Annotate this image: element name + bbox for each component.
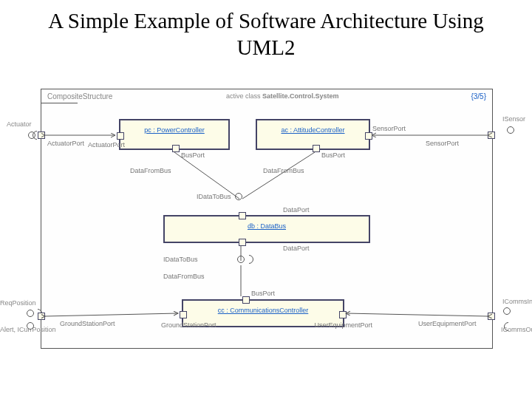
pc-actuator-port (117, 132, 124, 140)
pc-actuator-port-label: ActuatorPort (88, 141, 125, 149)
composite-structure-frame: CompositeStructure active class Satellit… (41, 89, 493, 349)
svg-line-3 (242, 152, 315, 199)
frame-classifier-label: active class Satellite.Control.System (226, 92, 339, 100)
attitude-controller-name: ac : AttitudeController (281, 126, 344, 134)
cc-userequip-port (339, 311, 347, 318)
power-controller-part: pc : PowerController ActuatorPort BusPor… (119, 119, 230, 150)
ac-sensor-port (365, 132, 372, 140)
frame-actuator-port-label: ActuatorPort (47, 140, 84, 147)
cc-bus-port (242, 296, 250, 304)
ext-actuator-label: Actuator (7, 120, 32, 128)
isensor-provided-icon (507, 126, 514, 134)
frame-userequip-port-label: UserEquipmentPort (418, 320, 477, 327)
slide-title: A Simple Example of Software Architectur… (0, 0, 532, 66)
communications-controller-name: cc : CommunicationsController (218, 307, 309, 314)
reqposition-provided-icon (27, 310, 34, 317)
frame-page-indicator: {3/5} (471, 92, 486, 100)
cc-userequip-port-label: UserEquipmentPort (314, 321, 372, 329)
frame-groundstation-port-label: GroundStationPort (60, 320, 115, 327)
db-top-port (239, 212, 246, 219)
frame-userequip-port-ext (488, 313, 495, 320)
db-bottom-port-label: DataPort (283, 245, 310, 252)
db-bottom-provided-icon (237, 256, 245, 263)
ac-datafrombus-label: DataFromBus (263, 167, 304, 174)
datafrombus-lower-label: DataFromBus (163, 273, 205, 280)
power-controller-name: pc : PowerController (144, 126, 205, 134)
cc-groundstation-port (180, 311, 187, 318)
pc-bus-port (172, 145, 180, 152)
communications-controller-part: cc : CommunicationsController BusPort Gr… (182, 299, 344, 327)
svg-line-2 (174, 152, 239, 199)
data-bus-name: db : DataBus (248, 222, 286, 230)
ac-bus-port (313, 145, 320, 152)
alert-provided-icon (27, 322, 34, 330)
db-bottom-required-icon (245, 255, 253, 264)
ext-icommsin-label: ICommsIn (502, 298, 532, 305)
frame-groundstation-port-ext (38, 313, 45, 320)
ext-isensor-label: ISensor (502, 115, 525, 123)
attitude-controller-part: ac : AttitudeController SensorPort BusPo… (256, 119, 370, 150)
frame-kind-label: CompositeStructure (47, 92, 112, 100)
svg-line-6 (45, 313, 178, 316)
db-top-provided-icon (235, 193, 242, 200)
db-bottom-port (239, 239, 246, 246)
cc-bus-port-label: BusPort (251, 290, 275, 297)
data-bus-part: db : DataBus DataPort DataPort (163, 215, 370, 243)
pc-bus-port-label: BusPort (181, 151, 205, 159)
idatatobus-lower-label: IDataToBus (163, 256, 198, 263)
cc-groundstation-port-label: GroundStationPort (161, 321, 216, 329)
idatatobus-upper-label: IDataToBus (197, 193, 231, 200)
db-top-port-label: DataPort (283, 206, 310, 214)
ac-sensor-port-label: SensorPort (372, 125, 406, 132)
pc-datafrombus-label: DataFromBus (130, 167, 171, 174)
ac-bus-port-label: BusPort (321, 151, 345, 159)
frame-actuator-port (38, 132, 45, 139)
frame-sensor-port-label: SensorPort (426, 140, 459, 147)
svg-line-7 (346, 313, 488, 316)
frame-sensor-port (488, 132, 495, 139)
ext-reqposition-label: ReqPosition (0, 299, 36, 307)
icommsin-icon (503, 307, 511, 315)
